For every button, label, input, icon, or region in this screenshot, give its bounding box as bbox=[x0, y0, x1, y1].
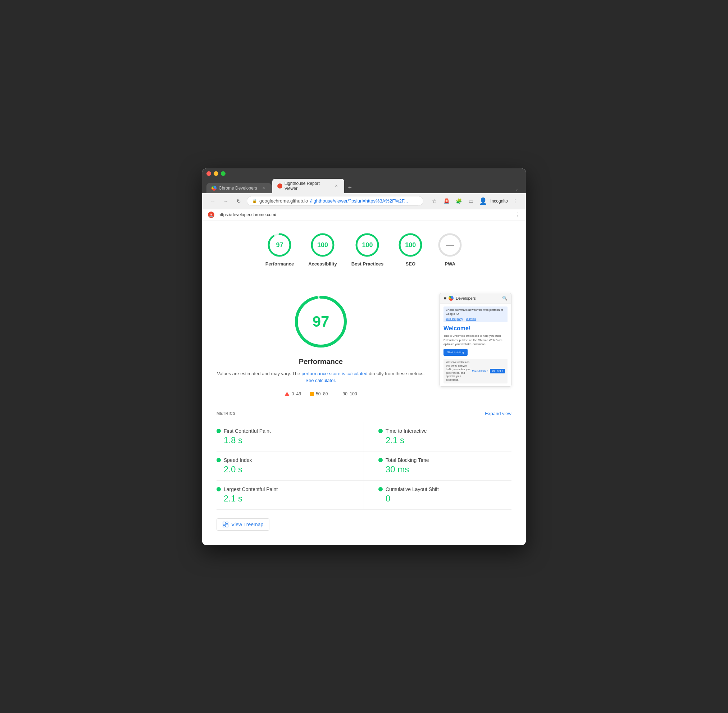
ss-cta-button[interactable]: Start building bbox=[443, 349, 468, 356]
ss-accept-cookies-button[interactable]: Ok, Got it bbox=[490, 369, 505, 374]
score-circle-accessibility: 100 bbox=[310, 233, 335, 258]
metrics-header: METRICS Expand view bbox=[216, 411, 512, 416]
avatar-icon[interactable]: 👤 bbox=[478, 196, 488, 206]
ss-site-title: Developers bbox=[456, 296, 476, 300]
extension1-icon[interactable]: 🚨 bbox=[442, 196, 451, 206]
tab-expand-icon[interactable]: ⌄ bbox=[512, 185, 522, 193]
legend-average-label: 50–89 bbox=[316, 391, 328, 397]
metric-item-lcp: Largest Contentful Paint 2.1 s bbox=[216, 480, 364, 510]
ss-search-icon: 🔍 bbox=[502, 296, 507, 301]
score-circle-performance: 97 bbox=[267, 233, 292, 258]
metric-tbt-value: 30 ms bbox=[386, 464, 512, 474]
url-bar[interactable]: 🔒 googlechrome.github.io /lighthouse/vie… bbox=[247, 196, 423, 206]
performance-left-panel: 97 Performance Values are estimated and … bbox=[216, 293, 425, 397]
view-treemap-button[interactable]: View Treemap bbox=[216, 518, 269, 531]
metric-lcp-value: 2.1 s bbox=[224, 494, 349, 504]
ss-cookie-text: We serve cookies on this site to analyze… bbox=[446, 361, 470, 382]
metric-cls-value: 0 bbox=[386, 494, 512, 504]
metric-tti-label: Time to Interactive bbox=[386, 428, 427, 434]
ss-chrome-logo bbox=[449, 296, 454, 301]
metric-fcp-dot bbox=[216, 429, 221, 433]
score-value-seo: 100 bbox=[405, 241, 416, 249]
cast-icon[interactable]: ▭ bbox=[466, 196, 476, 206]
metric-fcp-name-row: First Contentful Paint bbox=[216, 428, 349, 434]
tab1-label: Chrome Developers bbox=[219, 186, 257, 191]
main-content: 97 Performance 100 Accessibility bbox=[202, 221, 526, 545]
url-actions: ☆ 🚨 🧩 ▭ 👤 Incognito ⋮ bbox=[429, 196, 520, 206]
legend-pass-icon bbox=[337, 392, 341, 396]
metrics-grid: First Contentful Paint 1.8 s Time to Int… bbox=[216, 422, 512, 510]
metric-lcp-name-row: Largest Contentful Paint bbox=[216, 486, 349, 492]
svg-rect-14 bbox=[223, 526, 225, 527]
extension2-icon[interactable]: 🧩 bbox=[454, 196, 464, 206]
metric-lcp-dot bbox=[216, 487, 221, 491]
info-bar-icon: 🚨 bbox=[208, 212, 214, 218]
window-controls bbox=[206, 171, 522, 176]
metric-item-cls: Cumulative Layout Shift 0 bbox=[364, 480, 512, 510]
metric-fcp-label: First Contentful Paint bbox=[224, 428, 271, 434]
legend-average-icon bbox=[310, 392, 314, 396]
score-value-best-practices: 100 bbox=[362, 241, 373, 249]
score-label-pwa: PWA bbox=[445, 261, 455, 267]
score-item-pwa[interactable]: — PWA bbox=[437, 233, 462, 267]
ss-banner-actions: Join the party Dismiss bbox=[446, 317, 505, 321]
back-button[interactable]: ← bbox=[208, 196, 218, 206]
ss-join-party-link[interactable]: Join the party bbox=[446, 317, 463, 321]
ss-welcome-desc: This is Chrome's official site to help y… bbox=[443, 334, 507, 346]
metric-tti-value: 2.1 s bbox=[386, 435, 512, 445]
metric-item-fcp: First Contentful Paint 1.8 s bbox=[216, 422, 364, 452]
performance-title: Performance bbox=[216, 358, 425, 366]
incognito-button[interactable]: Incognito bbox=[490, 198, 508, 204]
new-tab-button[interactable]: + bbox=[345, 183, 355, 193]
url-domain: googlechrome.github.io bbox=[260, 198, 308, 204]
minimize-btn[interactable] bbox=[214, 171, 218, 176]
screenshot-body: Check out what's new for the web platfor… bbox=[440, 304, 511, 386]
screenshot-header: ≡ Developers 🔍 bbox=[440, 293, 511, 304]
metric-si-name-row: Speed Index bbox=[216, 457, 349, 463]
metric-item-si: Speed Index 2.0 s bbox=[216, 452, 364, 480]
ss-more-details-link[interactable]: More details ↗ bbox=[472, 370, 488, 373]
svg-rect-13 bbox=[226, 524, 228, 527]
score-item-performance[interactable]: 97 Performance bbox=[266, 233, 294, 267]
url-path: /lighthouse/viewer/?psiurl=https%3A%2F%2… bbox=[310, 198, 408, 204]
metric-item-tti: Time to Interactive 2.1 s bbox=[364, 422, 512, 452]
more-options-icon[interactable]: ⋮ bbox=[510, 196, 520, 206]
tab1-close-icon[interactable]: ✕ bbox=[261, 185, 267, 191]
close-btn[interactable] bbox=[206, 171, 211, 176]
ss-cookie-banner: We serve cookies on this site to analyze… bbox=[443, 359, 507, 383]
lock-icon: 🔒 bbox=[252, 198, 257, 203]
tab-lighthouse-report-viewer[interactable]: Lighthouse Report Viewer ✕ bbox=[272, 179, 344, 193]
performance-section: 97 Performance Values are estimated and … bbox=[216, 293, 512, 397]
score-item-accessibility[interactable]: 100 Accessibility bbox=[308, 233, 337, 267]
metric-tbt-label: Total Blocking Time bbox=[386, 457, 429, 463]
metric-si-dot bbox=[216, 458, 221, 462]
chrome-favicon-icon bbox=[212, 186, 216, 191]
score-item-seo[interactable]: 100 SEO bbox=[398, 233, 423, 267]
metric-lcp-label: Largest Contentful Paint bbox=[224, 486, 277, 492]
metric-tbt-dot bbox=[378, 458, 383, 462]
forward-button[interactable]: → bbox=[221, 196, 231, 206]
info-bar-more-icon[interactable]: ⋮ bbox=[514, 212, 520, 218]
address-bar: ← → ↻ 🔒 googlechrome.github.io /lighthou… bbox=[202, 193, 526, 209]
lighthouse-favicon-icon bbox=[277, 183, 282, 188]
score-label-seo: SEO bbox=[406, 261, 415, 267]
score-item-best-practices[interactable]: 100 Best Practices bbox=[351, 233, 384, 267]
ss-dismiss-link[interactable]: Dismiss bbox=[466, 317, 476, 321]
svg-rect-11 bbox=[223, 522, 225, 525]
info-bar-url: https://developer.chrome.com/ bbox=[218, 212, 276, 217]
tab-chrome-developers[interactable]: Chrome Developers ✕ bbox=[206, 183, 272, 193]
bookmark-icon[interactable]: ☆ bbox=[429, 196, 439, 206]
expand-view-link[interactable]: Expand view bbox=[485, 411, 512, 416]
browser-window: Chrome Developers ✕ Lighthouse Report Vi… bbox=[202, 169, 526, 545]
calculator-link[interactable]: See calculator. bbox=[305, 378, 336, 383]
tab2-label: Lighthouse Report Viewer bbox=[285, 181, 330, 191]
metric-item-tbt: Total Blocking Time 30 ms bbox=[364, 452, 512, 480]
maximize-btn[interactable] bbox=[221, 171, 225, 176]
reload-button[interactable]: ↻ bbox=[234, 196, 244, 206]
tab2-close-icon[interactable]: ✕ bbox=[334, 183, 339, 189]
metric-tti-dot bbox=[378, 429, 383, 433]
score-value-performance: 97 bbox=[276, 241, 283, 249]
score-label-best-practices: Best Practices bbox=[351, 261, 384, 267]
performance-score-link[interactable]: performance score is calculated bbox=[301, 371, 368, 376]
screenshot-preview: ≡ Developers 🔍 Check out what's new for … bbox=[440, 293, 512, 387]
